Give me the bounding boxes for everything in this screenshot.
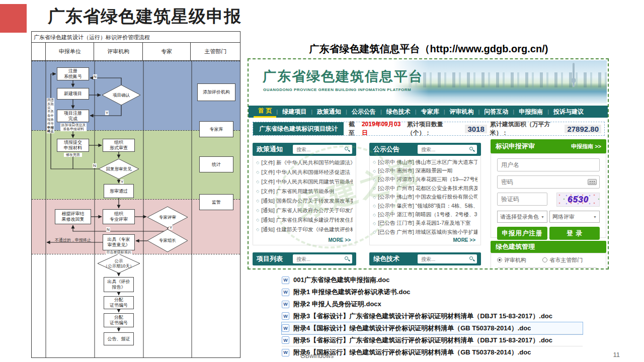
captcha-field[interactable] (497, 193, 547, 206)
policy-panel-header: 政策通知 (253, 143, 356, 156)
bullet-icon: ◇ (373, 160, 376, 164)
nav-item[interactable]: 专家库 (417, 106, 444, 118)
stats-asof-date: 2019年09月03日 (362, 120, 403, 137)
document-name: 附录3【省标设计】广东省绿色建筑设计评价标识证明材料清单（DBJT 15-83-… (293, 312, 552, 321)
login-button[interactable]: 登 录 (549, 227, 600, 240)
username-field[interactable] (497, 158, 600, 171)
nav-item[interactable]: 投诉与建议 (549, 106, 588, 118)
radio-review-agency[interactable] (497, 257, 502, 262)
document-item[interactable]: W001广东省绿色建筑申报指南.doc (282, 274, 594, 286)
bullet-icon: ◇ (256, 199, 259, 203)
role-select[interactable]: 请选择登录角色 ▼ (497, 211, 547, 223)
document-name: 附录5【省标运行】广东省绿色建筑运行评价标识证明材料清单（DBJT 15-83-… (293, 336, 552, 345)
list-item[interactable]: ◇[通知] 广东省住房和城乡建设厅转发住房城... (256, 215, 353, 225)
notice-search-box (418, 145, 477, 154)
list-item[interactable]: ◇[已公告 江门市] 美卓花园1-7座及地下室 (373, 219, 477, 228)
flowchart-node-eval-report: 出具《评价 报告》 (104, 277, 134, 292)
website-screenshot: 广东省绿色建筑信息平台 GUANGDONG PROVINCE GREEN BUI… (248, 58, 609, 269)
slide-accent-block (0, 4, 27, 33)
document-item[interactable]: W附录4【国标设计】绿色建筑设计评价标识证明材料清单（GB T50378-201… (282, 322, 583, 334)
flowchart-node-new-project: 新建项目 (57, 88, 89, 100)
nav-item[interactable]: 评审机构 (445, 106, 478, 118)
nav-item[interactable]: 首 页 (254, 106, 276, 118)
bullet-icon: ◇ (373, 213, 376, 217)
list-item[interactable]: ◇[文件] 中华人民共和国循环经济促进法 (256, 167, 353, 177)
tech-search-input[interactable] (420, 256, 469, 262)
list-item-text: [文件] 中华人民共和国民用建筑节能条例 (261, 178, 353, 186)
word-file-icon: W (282, 277, 289, 284)
flowchart-node-form-review: 组织 形式审查 (103, 139, 135, 152)
flowchart-node-fill-submit: 填报提交 申报材料 (57, 139, 89, 152)
document-name: 附录2 申报人员身份证明.docx (293, 300, 381, 309)
list-item[interactable]: ◇[公示中 肇庆市] “领域88”项目：4栋、5栋、 (373, 202, 477, 210)
flowchart-node-assign-cert-1: 分配 证书编号 (104, 296, 134, 309)
word-file-icon: W (282, 349, 289, 356)
nav-item[interactable]: 政策通知 (312, 106, 346, 118)
application-guide-link[interactable]: 申报指南 >> (571, 143, 601, 150)
list-item-text: [已公告 江门市] 美卓花园1-7座及地下室 (378, 220, 470, 227)
flowchart-node-register: 注册 系统账号 (57, 67, 89, 80)
notice-panel-body: ◇[公示中 佛山市] 佛山市三水区广海大道东丁字◇[公示中 惠州市] 深惠颐景园… (369, 156, 481, 245)
policy-search-input[interactable] (295, 146, 345, 153)
list-item[interactable]: ◇[文件] 广东省民用建筑节能条例 (256, 187, 353, 196)
document-name: 附录1 申报绿色建筑评价标识承诺书.doc (293, 288, 411, 297)
list-item[interactable]: ◇[公示中 佛山市] 中国农业银行股份有限公司南 (373, 193, 477, 202)
notice-search-input[interactable] (420, 146, 469, 153)
password-field[interactable] (497, 175, 600, 189)
list-item[interactable]: ◇[公示中 惠州市] 深惠颐景园一期 (373, 166, 477, 175)
nav-item[interactable]: 绿建项目 (278, 106, 311, 118)
captcha-image[interactable]: 6530 (556, 193, 600, 207)
flowchart-node-assign-cert-2: 分配 证书编号 (104, 313, 134, 327)
radio-gov-dept[interactable] (542, 257, 547, 262)
notice-more-link[interactable]: MORE >> (453, 237, 475, 243)
nav-item[interactable]: 申报指南 (514, 106, 547, 118)
list-item[interactable]: ◇[公示中 广州市] 花都区公安业务技术用房及训 (373, 184, 477, 193)
flowchart-nodes: 注册 系统账号新建项目项目注册 完成填报提交 申报材料根据评审结 果修改回复项目… (32, 32, 240, 357)
stats-asof-prefix: 截至 (349, 120, 360, 137)
list-item-text: [公示中 湛江市] 朗晴园（1号楼、2号楼、3号 (378, 211, 477, 218)
list-item[interactable]: ◇[通知] 广东省人民政府办公厅关于印发广东... (256, 206, 353, 215)
search-icon[interactable] (469, 256, 474, 261)
nav-item[interactable]: 问答互动 (479, 106, 513, 118)
page-number: 11 (613, 351, 620, 358)
flowchart-node-expert-review: 专家评审 (147, 207, 188, 228)
bullet-icon: ◇ (256, 208, 259, 213)
document-item[interactable]: W附录1 申报绿色建筑评价标识承诺书.doc (282, 286, 594, 298)
stats-bar: 广东省绿色建筑标识项目统计 截至 2019年09月03日 累计项目数量（个）： … (253, 122, 605, 136)
register-button[interactable]: 申报用户注册 (497, 227, 547, 240)
decision-label: N (106, 227, 110, 232)
document-item[interactable]: W附录3【省标设计】广东省绿色建筑设计评价标识证明材料清单（DBJT 15-83… (282, 310, 583, 322)
list-item-text: [公示中 佛山市] 中国农业银行股份有限公司南 (378, 194, 477, 201)
list-item-text: [文件] 新《中华人民共和国节约能源法》（2... (261, 159, 353, 166)
list-item[interactable]: ◇[公示中 河源市] 兴泰花园三期（19—27号楼） (373, 175, 477, 184)
website-header: 广东省绿色建筑信息平台 GUANGDONG PROVINCE GREEN BUI… (249, 59, 608, 105)
list-item[interactable]: ◇[文件] 新《中华人民共和国节约能源法》（2... (256, 158, 353, 167)
policy-more-link[interactable]: MORE >> (329, 237, 351, 243)
search-icon[interactable] (469, 147, 474, 152)
keyboard-icon[interactable] (588, 179, 597, 185)
flowchart-node-add-agency: 添加评价机构 (197, 83, 235, 101)
list-item[interactable]: ◇[公示中 湛江市] 朗晴园（1号楼、2号楼、3号 (373, 210, 477, 219)
list-item[interactable]: ◇[通知] 国务院办公厅关于转发发展改革委住... (256, 196, 353, 206)
chevron-down-icon: ▼ (593, 215, 597, 219)
nav-bar: 首 页|绿建项目|政策通知|公示公告|绿色技术|专家库|评审机构|问答互动|申报… (249, 106, 608, 118)
word-file-icon: W (282, 336, 289, 344)
list-item[interactable]: ◇[已公告 广州市] 增城区荔城街实验小学扩建（ (373, 228, 477, 236)
search-icon[interactable] (345, 147, 350, 152)
document-item[interactable]: W附录2 申报人员身份证明.docx (282, 298, 594, 310)
list-item[interactable]: ◇[公示中 佛山市] 佛山市三水区广海大道东丁字 (373, 158, 477, 166)
document-item[interactable]: W附录5【省标运行】广东省绿色建筑运行评价标识证明材料清单（DBJT 15-83… (282, 334, 583, 346)
nav-item[interactable]: 公示公告 (347, 106, 380, 118)
stats-count-value: 3018 (465, 125, 487, 133)
mode-select[interactable]: 网络评审 ▼ (549, 211, 600, 223)
search-icon[interactable] (345, 256, 350, 261)
nav-item[interactable]: 绿色技术 (382, 106, 415, 118)
list-item[interactable]: ◇[通知] 住建部关于印发《绿色建筑评价标识... (256, 225, 353, 234)
flowchart-node-supervision: 监管 (199, 194, 233, 210)
list-item-text: [通知] 国务院办公厅关于转发发展改革委住... (261, 198, 353, 205)
list-item[interactable]: ◇[文件] 中华人民共和国民用建筑节能条例 (256, 177, 353, 187)
project-search-input[interactable] (295, 256, 345, 262)
manage-input-partial[interactable] (497, 267, 598, 269)
flowchart-annotation: 修改完善 (64, 153, 82, 157)
stats-area-value: 27892.80 (565, 125, 601, 133)
